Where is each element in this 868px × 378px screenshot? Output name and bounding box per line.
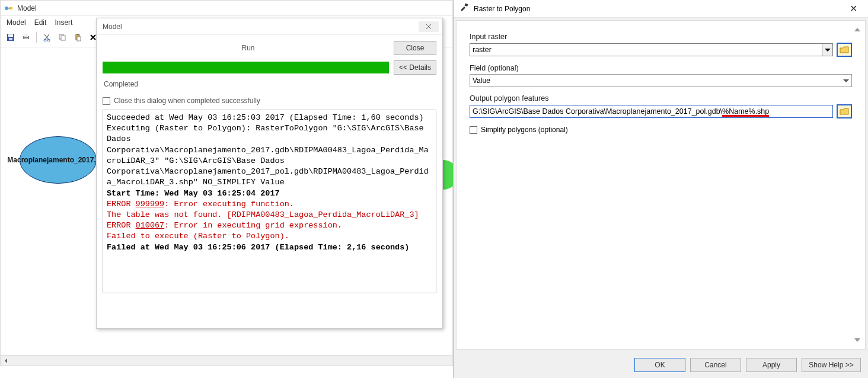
svg-rect-12 (61, 36, 65, 40)
log-line-success: Succeeded at Wed May 03 16:25:03 2017 (E… (107, 113, 424, 122)
svg-rect-16 (464, 3, 468, 6)
copy-icon[interactable] (56, 31, 69, 44)
paste-icon[interactable] (71, 31, 84, 44)
run-label: Run (103, 44, 394, 52)
hammer-icon (459, 3, 469, 14)
field-select-value: Value (473, 76, 490, 85)
window-title: Model (17, 4, 37, 12)
execution-log[interactable]: Succeeded at Wed May 03 16:25:03 2017 (E… (103, 110, 436, 293)
simplify-polygons-checkbox[interactable] (470, 126, 477, 134)
run-dialog-titlebar: Model (97, 18, 442, 35)
output-path-prefix: G:\SIG\ArcGIS\Base Dados Corporativa\Mac… (473, 107, 722, 116)
log-error-failed: Failed to execute (Raster to Polygon). (107, 232, 289, 241)
titlebar-close-button[interactable] (419, 21, 439, 32)
field-optional-label: Field (optional) (470, 64, 852, 72)
output-polygon-label: Output polygon features (470, 94, 852, 102)
error-code-link[interactable]: 010067 (136, 221, 165, 230)
run-progress-dialog: Model Run Close << Details Completed Clo… (96, 18, 443, 329)
cut-icon[interactable] (40, 31, 53, 44)
menu-insert[interactable]: Insert (55, 18, 72, 27)
progress-bar (103, 62, 389, 73)
modelbuilder-icon (4, 4, 14, 13)
svg-rect-14 (76, 34, 79, 35)
print-icon[interactable] (20, 31, 33, 44)
r2p-footer: OK Cancel Apply Show Help >> (454, 352, 868, 378)
scroll-left-icon[interactable] (1, 355, 11, 366)
output-polygon-field[interactable]: G:\SIG\ArcGIS\Base Dados Corporativa\Mac… (470, 105, 833, 118)
svg-rect-7 (24, 34, 28, 37)
output-path-variable: %Name%.shp (722, 107, 769, 116)
log-line-failed-at: Failed at Wed May 03 16:25:06 2017 (Elap… (107, 243, 409, 252)
scroll-up-icon[interactable] (852, 24, 863, 35)
node-label: Macroplanejamento_2017.gdb (7, 156, 108, 164)
raster-to-polygon-dialog: Raster to Polygon ✕ Input raster Field (… (453, 0, 868, 378)
svg-rect-5 (9, 38, 12, 40)
output-polygon-browse-button[interactable] (837, 104, 852, 118)
svg-point-0 (5, 7, 8, 10)
log-error-1: ERROR 999999: Error executing function. (107, 200, 294, 209)
field-select[interactable]: Value (470, 74, 852, 87)
log-error-2: ERROR 010067: Error in executing grid ex… (107, 221, 342, 230)
cancel-button[interactable]: Cancel (690, 358, 741, 372)
dialog-title: Model (100, 23, 122, 31)
chevron-down-icon (843, 79, 849, 82)
details-toggle-button[interactable]: << Details (394, 60, 436, 75)
input-raster-field[interactable] (470, 43, 822, 56)
log-error-table: The table was not found. [RDIPMA00483_La… (107, 210, 419, 219)
log-line-executing: Executing (Raster to Polygon): RasterToP… (107, 124, 429, 187)
menu-model[interactable]: Model (7, 18, 26, 27)
r2p-form-panel: Input raster Field (optional) Value Outp… (456, 20, 866, 350)
close-on-complete-label: Close this dialog when completed success… (114, 97, 260, 105)
dialog-title: Raster to Polygon (474, 5, 530, 13)
data-node-ellipse[interactable]: Macroplanejamento_2017.gdb (20, 136, 97, 184)
scroll-down-icon[interactable] (852, 335, 863, 345)
close-icon[interactable]: ✕ (845, 2, 862, 15)
menu-edit[interactable]: Edit (34, 18, 47, 27)
toolbar-separator (36, 32, 37, 43)
r2p-titlebar: Raster to Polygon ✕ (454, 0, 868, 18)
simplify-polygons-label: Simplify polygons (optional) (481, 126, 568, 134)
input-raster-label: Input raster (470, 33, 852, 41)
apply-button[interactable]: Apply (746, 358, 797, 372)
horizontal-scrollbar[interactable] (1, 355, 452, 366)
save-icon[interactable] (4, 31, 17, 44)
svg-rect-4 (8, 34, 13, 37)
status-text: Completed (103, 76, 436, 97)
input-raster-dropdown-icon[interactable] (822, 43, 833, 56)
svg-rect-8 (24, 39, 28, 40)
log-line-start: Start Time: Wed May 03 16:25:04 2017 (107, 189, 280, 198)
input-raster-browse-button[interactable] (837, 43, 852, 57)
svg-rect-15 (77, 37, 81, 41)
close-on-complete-checkbox[interactable] (103, 97, 110, 105)
error-code-link[interactable]: 999999 (136, 200, 165, 209)
close-button[interactable]: Close (394, 41, 436, 55)
model-titlebar: Model (1, 1, 452, 16)
show-help-button[interactable]: Show Help >> (802, 358, 861, 372)
ok-button[interactable]: OK (634, 358, 685, 372)
